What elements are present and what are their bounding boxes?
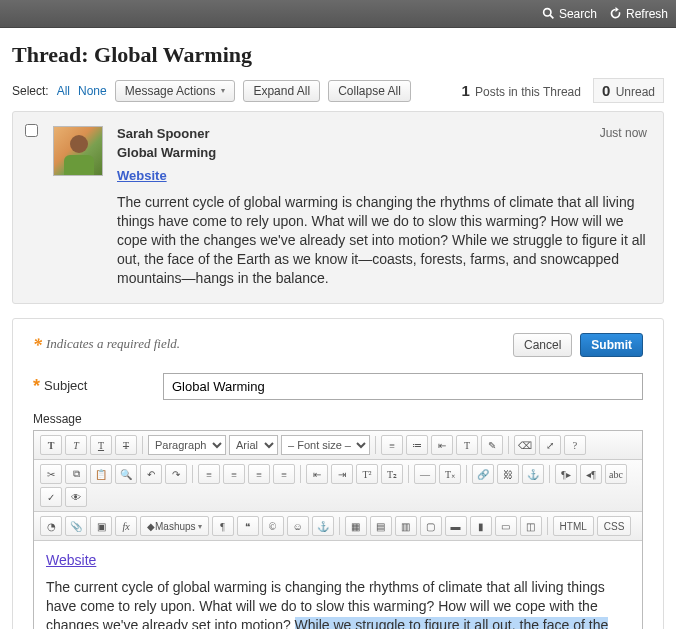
anchor-icon[interactable]: ⚓ [522,464,544,484]
table-icon[interactable]: ▦ [345,516,367,536]
editor-toolbar-row1: T T T T Paragraph Arial – Font size – ≡ … [34,431,642,460]
hr-icon[interactable]: — [414,464,436,484]
anchor2-icon[interactable]: ⚓ [312,516,334,536]
editor-toolbar-row2: ✂ ⧉ 📋 🔍 ↶ ↷ ≡ ≡ ≡ ≡ ⇤ ⇥ T² T₂ — Tₓ [34,460,642,512]
italic-icon[interactable]: T [65,435,87,455]
unread-count: 0 Unread [593,78,664,103]
refresh-label: Refresh [626,7,668,21]
subscript-icon[interactable]: T₂ [381,464,403,484]
copy-icon[interactable]: ⧉ [65,464,87,484]
message-actions-button[interactable]: Message Actions▾ [115,80,236,102]
unlink-icon[interactable]: ⛓ [497,464,519,484]
quote-icon[interactable]: ❝ [237,516,259,536]
number-list-icon[interactable]: ≔ [406,435,428,455]
post-author: Sarah Spooner [117,126,209,141]
table-cell-icon[interactable]: ▢ [420,516,442,536]
align-center-icon[interactable]: ≡ [223,464,245,484]
message-label: Message [33,412,643,426]
editor-website-link[interactable]: Website [46,551,96,570]
font-size-select[interactable]: – Font size – [281,435,370,455]
select-none-link[interactable]: None [78,84,107,98]
paragraph-select[interactable]: Paragraph [148,435,226,455]
spellcheck-icon[interactable]: ✓ [40,487,62,507]
table-merge-icon[interactable]: ▭ [495,516,517,536]
align-left-icon[interactable]: ≡ [198,464,220,484]
refresh-button[interactable]: Refresh [609,7,668,21]
post-count: 1 Posts in this Thread [461,82,581,99]
select-all-link[interactable]: All [57,84,70,98]
table-split-icon[interactable]: ◫ [520,516,542,536]
subject-label: *Subject [33,376,143,397]
collapse-all-button[interactable]: Collapse All [328,80,411,102]
required-star-icon: * [33,335,42,355]
undo-icon[interactable]: ↶ [140,464,162,484]
thread-controls: Select: All None Message Actions▾ Expand… [12,78,664,103]
chevron-down-icon: ▾ [221,86,225,95]
search-button[interactable]: Search [542,7,597,21]
table-del-row-icon[interactable]: ▬ [445,516,467,536]
css-button[interactable]: CSS [597,516,632,536]
outdent-icon[interactable]: ⇤ [431,435,453,455]
underline-icon[interactable]: T [90,435,112,455]
text-color-icon[interactable]: T [456,435,478,455]
align-right-icon[interactable]: ≡ [248,464,270,484]
font-family-select[interactable]: Arial [229,435,278,455]
lang-icon[interactable]: abc [605,464,627,484]
nbsp-icon[interactable]: ¶ [212,516,234,536]
refresh-icon [609,7,622,20]
indent-right-icon[interactable]: ⇥ [331,464,353,484]
editor-toolbar-row3: ◔ 📎 ▣ fx ◆ Mashups ▾ ¶ ❝ © ☺ ⚓ ▦ ▤ ▥ ▢ ▬… [34,512,642,541]
table-col-icon[interactable]: ▥ [395,516,417,536]
expand-all-button[interactable]: Expand All [243,80,320,102]
search-icon [542,7,555,20]
superscript-icon[interactable]: T² [356,464,378,484]
avatar [53,126,103,176]
help-icon[interactable]: ? [564,435,586,455]
emoji-icon[interactable]: ☺ [287,516,309,536]
copyright-icon[interactable]: © [262,516,284,536]
preview-icon[interactable]: 👁 [65,487,87,507]
svg-line-1 [550,15,553,18]
clear-format-icon[interactable]: ⌫ [514,435,536,455]
editor-content-area[interactable]: Website The current cycle of global warm… [34,541,642,629]
search-label: Search [559,7,597,21]
paste-icon[interactable]: 📋 [90,464,112,484]
table-row-icon[interactable]: ▤ [370,516,392,536]
required-note: *Indicates a required field. [33,335,180,356]
page-title: Thread: Global Warming [12,42,664,68]
redo-icon[interactable]: ↷ [165,464,187,484]
record-icon[interactable]: ◔ [40,516,62,536]
find-icon[interactable]: 🔍 [115,464,137,484]
align-justify-icon[interactable]: ≡ [273,464,295,484]
bold-icon[interactable]: T [40,435,62,455]
expand-icon[interactable]: ⤢ [539,435,561,455]
indent-left-icon[interactable]: ⇤ [306,464,328,484]
table-del-col-icon[interactable]: ▮ [470,516,492,536]
post-website-link[interactable]: Website [117,168,167,183]
image-icon[interactable]: ▣ [90,516,112,536]
strike-icon[interactable]: T [115,435,137,455]
remove-format-icon[interactable]: Tₓ [439,464,461,484]
subject-input[interactable] [163,373,643,400]
post-card: Sarah Spooner Just now Global Warming We… [12,111,664,304]
cancel-button[interactable]: Cancel [513,333,572,357]
attach-icon[interactable]: 📎 [65,516,87,536]
html-button[interactable]: HTML [553,516,594,536]
equation-icon[interactable]: fx [115,516,137,536]
mashups-button[interactable]: ◆ Mashups ▾ [140,516,209,536]
link-icon[interactable]: 🔗 [472,464,494,484]
reply-panel: *Indicates a required field. Cancel Subm… [12,318,664,629]
rich-text-editor: T T T T Paragraph Arial – Font size – ≡ … [33,430,643,629]
highlight-icon[interactable]: ✎ [481,435,503,455]
post-select-checkbox[interactable] [25,124,38,137]
post-subject: Global Warming [117,145,647,160]
post-body-text: The current cycle of global warming is c… [117,193,647,287]
ltr-icon[interactable]: ¶▸ [555,464,577,484]
bullet-list-icon[interactable]: ≡ [381,435,403,455]
rtl-icon[interactable]: ◂¶ [580,464,602,484]
required-star-icon: * [33,376,40,396]
svg-point-0 [544,9,551,16]
cut-icon[interactable]: ✂ [40,464,62,484]
submit-button[interactable]: Submit [580,333,643,357]
select-label: Select: [12,84,49,98]
